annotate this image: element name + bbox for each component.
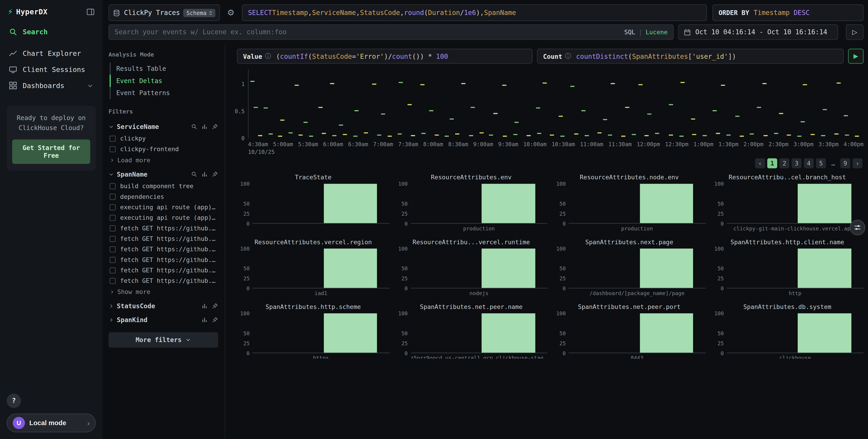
data-source-select[interactable]: ClickPy Traces Schema: [108, 4, 220, 21]
checkbox[interactable]: [110, 136, 116, 142]
order-by-editor[interactable]: ORDER BY Timestamp DESC: [712, 4, 864, 21]
filter-checkbox-item[interactable]: executing api route (app)…: [108, 202, 218, 212]
more-filters-button[interactable]: More filters: [108, 332, 218, 348]
filter-group-name: SpanName: [117, 170, 148, 178]
filter-show-more[interactable]: Show more: [108, 286, 218, 299]
pin-icon[interactable]: [212, 303, 218, 309]
checkbox[interactable]: [110, 215, 116, 221]
filter-checkbox-item[interactable]: clickpy: [108, 134, 218, 144]
sidebar-item-search[interactable]: Search: [5, 24, 97, 40]
y-axis-labels: 10050250: [395, 248, 410, 289]
pagination-page-4[interactable]: 4: [804, 158, 814, 169]
checkbox[interactable]: [110, 146, 116, 152]
pagination-prev[interactable]: ‹: [755, 158, 765, 169]
checkbox[interactable]: [110, 236, 116, 242]
bar-chart-icon[interactable]: [202, 303, 208, 309]
filter-group-header-servicename[interactable]: ServiceName: [108, 120, 218, 134]
search-icon[interactable]: [191, 171, 197, 177]
filter-checkbox-item[interactable]: executing api route (app)…: [108, 213, 218, 223]
attribute-chart-spanattributes-net-peer-port[interactable]: SpanAttributes.net.peer.port100502508443: [553, 303, 706, 359]
pagination-next[interactable]: ›: [852, 158, 863, 169]
filter-checkbox-item[interactable]: fetch GET https://github.…: [108, 234, 218, 244]
pin-icon[interactable]: [212, 123, 218, 129]
bar-chart-icon[interactable]: [202, 123, 208, 129]
attribute-chart-resourceattribu-cel-branch-host[interactable]: ResourceAttribu..cel.branch_host10050250…: [711, 174, 864, 232]
attribute-chart-resourceattributes-node-env[interactable]: ResourceAttributes.node.env10050250produ…: [553, 174, 706, 232]
analysis-mode-event-deltas[interactable]: Event Deltas: [110, 75, 218, 87]
x-axis-labels: 4:30am5:00am5:30am6:00am6:30am7:00am7:30…: [248, 141, 864, 147]
sidebar-item-chart-explorer[interactable]: Chart Explorer: [5, 46, 97, 61]
attribute-chart-spanattributes-next-page[interactable]: SpanAttributes.next.page10050250/dashboa…: [553, 239, 706, 297]
chart-body: 10050250: [237, 313, 389, 353]
attribute-chart-spanattributes-net-peer-name[interactable]: SpanAttributes.net.peer.name10050250z5nr…: [395, 303, 548, 359]
y-tick: 50: [243, 265, 250, 271]
mode-sql[interactable]: SQL: [624, 29, 635, 36]
filter-checkbox-item[interactable]: fetch GET https://github.…: [108, 244, 218, 255]
checkbox[interactable]: [110, 278, 116, 284]
search-icon[interactable]: [191, 123, 197, 129]
filter-load-more[interactable]: Load more: [108, 154, 218, 167]
schema-toggle[interactable]: Schema: [183, 9, 215, 17]
filter-group-header-statuscode[interactable]: StatusCode: [108, 299, 218, 313]
checkbox[interactable]: [110, 183, 116, 189]
attribute-chart-tracestate[interactable]: TraceState10050250: [237, 174, 389, 232]
attribute-chart-resourceattributes-vercel-region[interactable]: ResourceAttributes.vercel.region10050250…: [237, 239, 389, 297]
run-query-button[interactable]: ▷: [846, 24, 864, 40]
date-range-picker[interactable]: Oct 10 04:16:14 - Oct 10 16:16:14: [678, 24, 838, 40]
help-button[interactable]: ?: [7, 393, 21, 408]
filter-checkbox-item[interactable]: dependencies: [108, 192, 218, 202]
pagination-page-9[interactable]: 9: [840, 158, 850, 169]
filter-checkbox-item[interactable]: fetch GET https://github.…: [108, 265, 218, 275]
settings-gear-icon[interactable]: ⚙: [225, 8, 237, 18]
event-search-bar[interactable]: SQL | Lucene: [108, 24, 674, 40]
bar-chart-icon[interactable]: [202, 317, 208, 323]
search-input[interactable]: [115, 28, 621, 36]
event-deltas-chart[interactable]: 10.50 4:30am5:00am5:30am6:00am6:30am7:00…: [237, 69, 864, 155]
bar-chart-icon[interactable]: [202, 171, 208, 177]
mode-lucene[interactable]: Lucene: [646, 29, 668, 36]
value-expression-editor[interactable]: Value ⓘ (countIf(StatusCode='Error')/cou…: [237, 49, 532, 64]
sidebar-item-client-sessions[interactable]: Client Sessions: [5, 61, 97, 78]
get-started-button[interactable]: Get Started for Free: [12, 139, 90, 164]
bar: [482, 313, 535, 353]
checkbox[interactable]: [110, 194, 116, 200]
attribute-chart-spanattributes-http-client-name[interactable]: SpanAttributes.http.client.name10050250h…: [711, 239, 864, 297]
filter-checkbox-item[interactable]: fetch GET https://github.…: [108, 276, 218, 286]
filter-checkbox-item[interactable]: clickpy-frontend: [108, 144, 218, 154]
checkbox[interactable]: [110, 257, 116, 263]
checkbox[interactable]: [110, 204, 116, 210]
checkbox[interactable]: [110, 246, 116, 253]
filter-checkbox-item[interactable]: fetch GET https://github.…: [108, 223, 218, 234]
x-tick: 8:00am: [423, 141, 443, 147]
checkbox[interactable]: [110, 226, 116, 232]
analysis-mode-results-table[interactable]: Results Table: [110, 63, 218, 75]
filter-drawer-button[interactable]: [849, 220, 865, 235]
filter-checkbox-item[interactable]: fetch GET https://github.…: [108, 255, 218, 265]
sidebar-collapse-icon[interactable]: [87, 8, 95, 16]
run-analysis-button[interactable]: ▶: [848, 49, 864, 64]
checkbox[interactable]: [110, 267, 116, 273]
pin-icon[interactable]: [212, 171, 218, 177]
filter-checkbox-item[interactable]: build component tree: [108, 181, 218, 192]
deltas-plot-area[interactable]: [248, 69, 864, 139]
count-expression-editor[interactable]: Count ⓘ countDistinct(SpanAttributes['us…: [537, 49, 844, 64]
pagination-page-3[interactable]: 3: [792, 158, 802, 169]
pagination-ellipsis[interactable]: …: [828, 158, 838, 169]
attribute-chart-spanattributes-db-system[interactable]: SpanAttributes.db.system10050250clickhou…: [711, 303, 864, 359]
attribute-chart-resourceattributes-env[interactable]: ResourceAttributes.env10050250production: [395, 174, 548, 232]
attribute-chart-spanattributes-http-scheme[interactable]: SpanAttributes.http.scheme10050250https: [237, 303, 389, 359]
filter-group-header-spanname[interactable]: SpanName: [108, 167, 218, 181]
pin-icon[interactable]: [212, 317, 218, 323]
pagination-page-2[interactable]: 2: [779, 158, 789, 169]
filter-group-header-spankind[interactable]: SpanKind: [108, 313, 218, 327]
plot-area: [727, 184, 864, 224]
pagination-page-5[interactable]: 5: [816, 158, 826, 169]
analysis-mode-event-patterns[interactable]: Event Patterns: [110, 87, 218, 99]
attribute-chart-resourceattribu-vercel-runtime[interactable]: ResourceAttribu...vercel.runtime10050250…: [395, 239, 548, 297]
sidebar-item-dashboards[interactable]: Dashboards: [5, 78, 97, 93]
app-window: ⚡ HyperDX SearchChart ExplorerClient Ses…: [0, 0, 868, 439]
pagination-page-1[interactable]: 1: [767, 158, 777, 169]
sql-select-editor[interactable]: SELECT Timestamp, ServiceName, StatusCod…: [242, 4, 707, 21]
local-mode-button[interactable]: U Local mode ›: [7, 414, 96, 432]
delta-mark: [603, 119, 607, 120]
